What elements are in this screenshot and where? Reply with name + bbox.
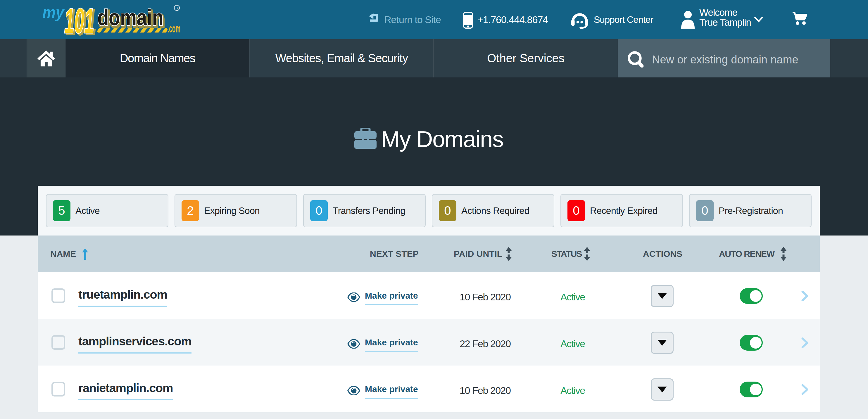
svg-text:101: 101 [64,4,94,37]
svg-text:domain: domain [97,5,163,30]
svg-text:R: R [176,6,178,10]
svg-text:.com: .com [167,23,180,35]
svg-text:my: my [43,4,65,21]
